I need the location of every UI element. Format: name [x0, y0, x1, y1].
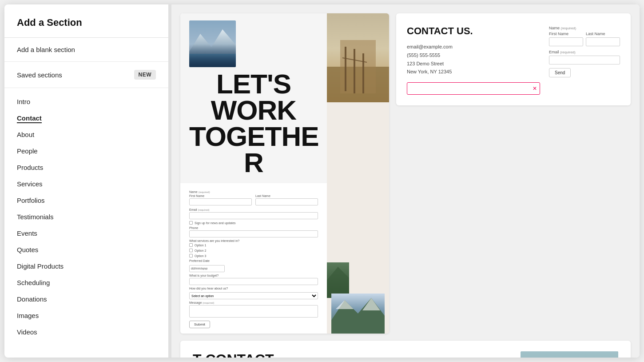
form-field-budget: What is your budget? [189, 274, 318, 285]
form-label-last-name: Last Name [255, 194, 318, 197]
sidebar-item-images[interactable]: Images [4, 307, 168, 324]
add-blank-section-button[interactable]: Add a blank section [4, 38, 168, 62]
cu-last-name-field: Last Name [586, 32, 620, 46]
sidebar-item-contact[interactable]: Contact [4, 110, 168, 126]
form-checkbox-option2: Option 2 [189, 249, 318, 252]
contact-us-right: Name (required) First Name Last Name [549, 26, 620, 95]
resize-handle[interactable] [169, 4, 171, 358]
thumb-svg [327, 262, 349, 298]
cu-label-first: First Name [549, 32, 583, 36]
mountain-image [189, 20, 236, 67]
form-field-services: What services are you interested in? Opt… [189, 239, 318, 257]
form-select-how-heard[interactable]: Select an option [189, 292, 318, 299]
sidebar-item-events[interactable]: Events [4, 225, 168, 241]
form-input-date[interactable] [189, 265, 225, 272]
hero-text: LET'S WORK TOGETHE R [189, 71, 318, 176]
form-input-phone[interactable] [189, 230, 318, 237]
right-photo-top [327, 13, 389, 102]
form-label-message: Message (required) [189, 301, 318, 304]
sidebar-item-services[interactable]: Services [4, 176, 168, 192]
form-field-email: Email (required) [189, 208, 318, 219]
svg-rect-7 [362, 53, 364, 93]
hero-text-overlay: LET'S WORK TOGETHE R [189, 71, 318, 176]
big-card-inner: LET'S WORK TOGETHE R Name (required) [180, 13, 389, 334]
sidebar-item-portfolios[interactable]: Portfolios [4, 192, 168, 209]
form-checkbox-option1: Option 1 [189, 243, 318, 247]
cu-input-first[interactable] [549, 37, 583, 46]
form-input-budget[interactable] [189, 278, 318, 285]
git-left: T CONTACT Interested in working together… [193, 351, 521, 358]
section-preview-get-in-touch[interactable]: T CONTACT Interested in working together… [180, 341, 631, 358]
form-label-services: What services are you interested in? [189, 239, 318, 242]
form-checkbox-opt2-input[interactable] [189, 249, 193, 252]
cu-form-label-name: Name (required) [549, 26, 620, 30]
cu-input-last[interactable] [586, 37, 620, 46]
bottom-landscape-svg [331, 294, 385, 334]
form-input-last-name[interactable] [255, 198, 318, 205]
section-preview-contact-us[interactable]: CONTACT US. email@example.com (555) 555-… [396, 13, 631, 105]
form-field-date: Preferred Date [189, 259, 318, 274]
form-field-message: Message (required) [189, 301, 318, 318]
form-label-email: Email (required) [189, 208, 318, 211]
svg-rect-0 [189, 20, 236, 67]
svg-rect-2 [189, 54, 236, 67]
form-label-last-name-spacer [255, 190, 318, 193]
sidebar-item-donations[interactable]: Donations [4, 291, 168, 307]
preview-row-1: LET'S WORK TOGETHE R Name (required) [180, 13, 631, 334]
form-section: Name (required) First Name Last Name [180, 183, 327, 334]
form-submit-button[interactable]: Submit [189, 321, 210, 328]
svg-rect-16 [521, 351, 618, 358]
mountain-svg [189, 20, 236, 67]
sidebar-item-quotes[interactable]: Quotes [4, 241, 168, 258]
cu-input-email[interactable] [549, 56, 620, 64]
form-label-phone: Phone [189, 226, 318, 229]
big-card-left: LET'S WORK TOGETHE R Name (required) [180, 13, 327, 334]
form-checkbox-opt3-input[interactable] [189, 254, 193, 257]
svg-rect-8 [345, 47, 346, 91]
preview-row-2: T CONTACT Interested in working together… [180, 341, 631, 358]
section-preview-hero-contact[interactable]: LET'S WORK TOGETHE R Name (required) [180, 13, 389, 334]
git-photo [521, 351, 618, 358]
page-title: Add a Section [4, 4, 168, 37]
small-thumb-left [327, 262, 349, 298]
contact-us-error-field[interactable] [407, 82, 540, 95]
cu-send-button[interactable]: Send [549, 68, 571, 77]
form-field-how-heard: How did you hear about us? Select an opt… [189, 287, 318, 302]
saved-sections-button[interactable]: Saved sections NEW [4, 62, 168, 88]
cu-form-email-section: Email (required) [549, 50, 620, 64]
form-checkbox-newsletter: Sign up for news and updates [189, 221, 318, 225]
sidebar-nav: Intro Contact About People Products Serv… [4, 88, 168, 346]
contact-us-title: CONTACT US. [407, 26, 540, 36]
sidebar-item-videos[interactable]: Videos [4, 324, 168, 340]
sidebar-item-about[interactable]: About [4, 126, 168, 143]
cu-form-name-row: First Name Last Name [549, 32, 620, 46]
form-checkbox-input[interactable] [189, 221, 193, 225]
cu-form-name-section: Name (required) First Name Last Name [549, 26, 620, 46]
form-field-last-name: Last Name [255, 190, 318, 205]
contact-us-left: CONTACT US. email@example.com (555) 555-… [407, 26, 540, 95]
sidebar-item-people[interactable]: People [4, 143, 168, 159]
form-input-first-name[interactable] [189, 198, 252, 205]
git-content: T CONTACT Interested in working together… [180, 341, 631, 358]
new-badge: NEW [134, 70, 156, 80]
form-checkbox-opt3-label: Option 3 [195, 254, 206, 257]
form-field-first-name: Name (required) First Name [189, 190, 252, 205]
right-photo-top-svg [327, 13, 389, 102]
form-input-email[interactable] [189, 212, 318, 219]
get-in-touch-title: T CONTACT [193, 351, 512, 358]
sidebar-item-scheduling[interactable]: Scheduling [4, 274, 168, 291]
cu-first-name-field: First Name [549, 32, 583, 46]
svg-rect-6 [354, 49, 355, 93]
sidebar-item-intro[interactable]: Intro [4, 93, 168, 110]
big-card-right [327, 13, 389, 334]
sidebar-item-products[interactable]: Products [4, 159, 168, 176]
sidebar-item-digital-products[interactable]: Digital Products [4, 258, 168, 274]
form-checkbox-opt1-input[interactable] [189, 243, 193, 247]
main-content: LET'S WORK TOGETHE R Name (required) [171, 4, 640, 358]
sidebar-item-testimonials[interactable]: Testimonials [4, 209, 168, 225]
cu-label-last: Last Name [586, 32, 620, 36]
form-textarea-message[interactable] [189, 305, 318, 318]
form-row-name: Name (required) First Name Last Name [189, 190, 318, 205]
form-label-name: Name (required) [189, 190, 252, 193]
form-label-first-name: First Name [189, 194, 252, 197]
